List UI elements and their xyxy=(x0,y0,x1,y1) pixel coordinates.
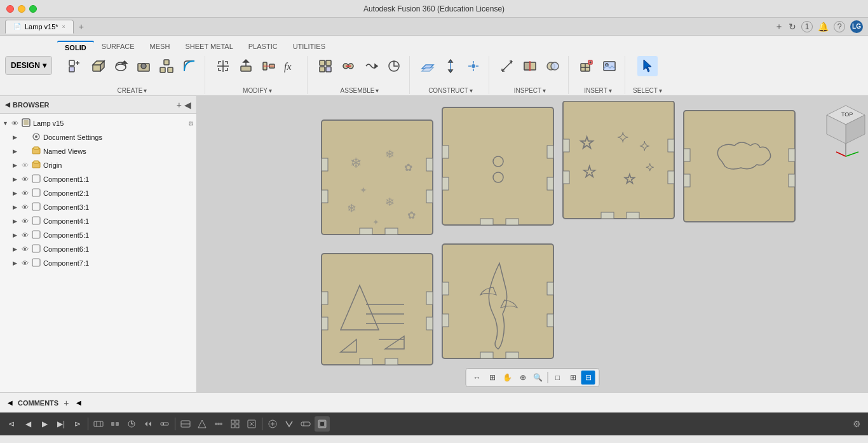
interference-icon[interactable] xyxy=(543,56,563,76)
select-chevron-icon[interactable]: ▾ xyxy=(659,87,662,94)
inspect-chevron-icon[interactable]: ▾ xyxy=(543,87,546,94)
tree-item-component7[interactable]: ▶ 👁 Component7:1 xyxy=(0,256,196,270)
maximize-button[interactable] xyxy=(29,5,37,13)
insert-canvas-icon[interactable] xyxy=(599,56,620,76)
tool-11[interactable] xyxy=(265,416,280,432)
comments-collapse-icon[interactable]: ◀ xyxy=(8,399,13,406)
tool-1[interactable] xyxy=(91,416,106,432)
skip-to-end-button[interactable]: ⊳ xyxy=(70,416,85,432)
tree-eye-c7[interactable]: 👁 xyxy=(22,259,32,267)
tree-item-doc-settings[interactable]: ▶ Document Settings xyxy=(0,130,196,144)
tree-item-component3[interactable]: ▶ 👁 Component3:1 xyxy=(0,200,196,214)
press-pull-icon[interactable] xyxy=(236,56,256,76)
tree-eye-c2[interactable]: 👁 xyxy=(22,189,32,197)
move-icon[interactable] xyxy=(213,56,233,76)
tab-solid[interactable]: SOLID xyxy=(57,41,94,53)
offset-plane-icon[interactable] xyxy=(417,56,438,76)
tab-plastic[interactable]: PLASTIC xyxy=(241,41,285,53)
tool-4[interactable] xyxy=(140,416,156,432)
new-component-icon[interactable] xyxy=(315,56,336,76)
tool-5[interactable] xyxy=(157,416,172,432)
close-button[interactable] xyxy=(6,5,14,13)
align-icon[interactable] xyxy=(259,56,279,76)
revolve-icon[interactable] xyxy=(111,56,131,76)
tree-item-origin[interactable]: ▶ 👁 Origin xyxy=(0,158,196,172)
tree-eye-lamp[interactable]: 👁 xyxy=(11,119,22,127)
hole-icon[interactable] xyxy=(133,56,154,76)
section-analysis-icon[interactable] xyxy=(520,56,540,76)
new-window-icon[interactable]: ＋ xyxy=(775,21,783,32)
tool-14-active[interactable] xyxy=(315,416,330,432)
tree-eye-origin[interactable]: 👁 xyxy=(22,161,32,169)
construct-chevron-icon[interactable]: ▾ xyxy=(470,87,473,94)
tool-6[interactable] xyxy=(178,416,193,432)
user-avatar[interactable]: LG xyxy=(850,20,863,33)
tool-3[interactable] xyxy=(124,416,139,432)
new-tab-button[interactable]: + xyxy=(79,22,84,32)
tree-item-lamp[interactable]: ▼ 👁 Lamp v15 ⚙ xyxy=(0,116,196,130)
tool-12[interactable] xyxy=(281,416,297,432)
measure-icon[interactable] xyxy=(497,56,517,76)
pan-tool[interactable]: ✋ xyxy=(501,371,515,385)
tool-10[interactable] xyxy=(244,416,259,432)
pattern-icon[interactable] xyxy=(156,56,177,76)
insert-chevron-icon[interactable]: ▾ xyxy=(609,87,612,94)
comments-add-icon[interactable]: + xyxy=(64,398,69,408)
tab-surface[interactable]: SURFACE xyxy=(94,41,142,53)
tool-13[interactable] xyxy=(298,416,313,432)
tree-eye-c4[interactable]: 👁 xyxy=(22,217,32,225)
play-button[interactable]: ▶ xyxy=(37,416,52,432)
browser-add-icon[interactable]: + xyxy=(177,100,182,110)
tab-sheet-metal[interactable]: SHEET METAL xyxy=(177,41,240,53)
assemble-chevron-icon[interactable]: ▾ xyxy=(376,87,379,94)
axis-icon[interactable] xyxy=(440,56,461,76)
tree-eye-c5[interactable]: 👁 xyxy=(22,231,32,239)
perspective-tool[interactable]: ⊟ xyxy=(581,371,595,385)
drive-joints-icon[interactable] xyxy=(384,56,404,76)
tree-eye-c6[interactable]: 👁 xyxy=(22,245,32,253)
document-tab[interactable]: 📄 Lamp v15* × xyxy=(5,20,74,34)
notification-icon[interactable]: 🔔 xyxy=(818,22,829,32)
tab-utilities[interactable]: UTILITIES xyxy=(285,41,333,53)
zoom-in-tool[interactable]: ⊕ xyxy=(516,371,530,385)
look-tool[interactable]: ⊞ xyxy=(485,371,499,385)
document-tab-close[interactable]: × xyxy=(62,24,65,30)
tool-7[interactable] xyxy=(194,416,210,432)
tree-eye-c1[interactable]: 👁 xyxy=(22,175,32,183)
create-component-icon[interactable] xyxy=(65,56,85,76)
user-count-icon[interactable]: 1 xyxy=(801,21,813,32)
motion-study-icon[interactable] xyxy=(361,56,381,76)
orbit-tool[interactable]: ↔ xyxy=(470,371,484,385)
browser-collapse-icon[interactable]: ◀ xyxy=(5,101,10,108)
canvas[interactable]: ❄ ❄ ✿ ✦ ❄ ❄ ✿ ✦ xyxy=(197,96,868,392)
joint-icon[interactable] xyxy=(338,56,358,76)
select-icon[interactable] xyxy=(637,56,658,76)
comments-expand-icon[interactable]: ◀ xyxy=(76,399,81,406)
design-dropdown-button[interactable]: DESIGN ▾ xyxy=(5,56,52,75)
create-chevron-icon[interactable]: ▾ xyxy=(144,87,147,94)
tool-2[interactable] xyxy=(107,416,123,432)
point-icon[interactable] xyxy=(463,56,484,76)
tree-item-component1[interactable]: ▶ 👁 Component1:1 xyxy=(0,172,196,186)
tool-9[interactable] xyxy=(227,416,243,432)
orientation-cube[interactable]: TOP xyxy=(824,102,862,153)
settings-gear-icon[interactable]: ⚙ xyxy=(849,416,864,432)
tree-item-component2[interactable]: ▶ 👁 Component2:1 xyxy=(0,186,196,200)
insert-mesh-icon[interactable] xyxy=(576,56,597,76)
refresh-icon[interactable]: ↻ xyxy=(789,22,796,32)
tree-item-component4[interactable]: ▶ 👁 Component4:1 xyxy=(0,214,196,228)
display-mode-tool[interactable]: □ xyxy=(551,371,565,385)
skip-to-start-button[interactable]: ⊲ xyxy=(4,416,19,432)
step-forward-button[interactable]: ▶| xyxy=(53,416,69,432)
help-icon[interactable]: ? xyxy=(834,21,845,32)
tree-item-named-views[interactable]: ▶ Named Views xyxy=(0,144,196,158)
tree-item-component6[interactable]: ▶ 👁 Component6:1 xyxy=(0,242,196,256)
minimize-button[interactable] xyxy=(18,5,25,13)
zoom-fit-tool[interactable]: 🔍 xyxy=(531,371,545,385)
modify-chevron-icon[interactable]: ▾ xyxy=(269,87,272,94)
fillet-icon[interactable] xyxy=(179,56,200,76)
browser-menu-icon[interactable]: ◀ xyxy=(184,100,191,110)
grid-tool[interactable]: ⊞ xyxy=(566,371,580,385)
tab-mesh[interactable]: MESH xyxy=(142,41,178,53)
fx-icon[interactable]: fx xyxy=(281,56,302,76)
